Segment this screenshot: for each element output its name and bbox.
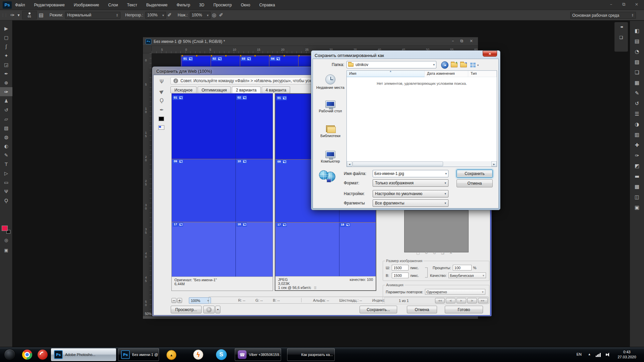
column-header[interactable]: Дата изменения bbox=[425, 71, 468, 77]
panel-group-icon[interactable]: ❏ bbox=[620, 35, 623, 40]
scroll-left-icon[interactable]: ◀ bbox=[347, 161, 352, 167]
scrollbar-thumb[interactable] bbox=[353, 162, 443, 166]
channels-panel-icon[interactable]: ▦ bbox=[630, 77, 644, 88]
zoom-status[interactable]: 50% bbox=[145, 312, 152, 316]
preview-zoom-select[interactable]: 100% ▾ bbox=[189, 297, 211, 304]
tool-preset-arrow-icon[interactable]: ▾ bbox=[16, 12, 21, 19]
app-minimize-icon[interactable]: – bbox=[607, 2, 615, 7]
clone-stamp-tool[interactable]: ♟ bbox=[0, 96, 12, 105]
show-hidden-icons-icon[interactable]: ▲ bbox=[589, 353, 590, 356]
cancel-button[interactable]: Отмена bbox=[457, 179, 493, 187]
preview-tab[interactable]: 2 варианта bbox=[232, 86, 261, 93]
taskbar-chrome-page[interactable]: Как разрезать ка... bbox=[287, 348, 335, 361]
zoom-in-button[interactable]: + bbox=[177, 298, 182, 303]
place-recent[interactable]: Недавние места bbox=[315, 74, 346, 90]
path-select-tool[interactable]: ▷ bbox=[0, 169, 12, 178]
network-status-icon[interactable] bbox=[596, 353, 601, 357]
layers-panel-icon[interactable]: ❏ bbox=[630, 67, 644, 77]
preview-tab[interactable]: Исходное bbox=[170, 86, 197, 93]
back-icon[interactable]: ◄ bbox=[441, 61, 448, 69]
horizontal-scrollbar[interactable]: ◀ ▶ bbox=[347, 161, 497, 167]
view-menu-arrow-icon[interactable]: ▾ bbox=[476, 61, 480, 69]
adjustments-panel-icon[interactable]: ◔ bbox=[630, 46, 644, 57]
color-panel-icon[interactable]: ◧ bbox=[630, 25, 644, 36]
format-select[interactable]: Только изображения ▾ bbox=[373, 179, 448, 187]
resample-quality-select[interactable]: Бикубическая ▾ bbox=[448, 273, 486, 278]
slice-handle[interactable] bbox=[225, 55, 227, 57]
styles-panel-icon[interactable]: ▨ bbox=[630, 57, 644, 67]
preview-in-browser-button[interactable]: Просмотр... bbox=[171, 306, 202, 313]
character-panel-icon[interactable]: ▬ bbox=[630, 171, 644, 181]
move-tool[interactable]: ▶ bbox=[0, 24, 12, 33]
cancel-button[interactable]: Отмена bbox=[407, 306, 437, 313]
percent-input[interactable]: 100 bbox=[453, 265, 472, 270]
folder-select[interactable]: utnikov ▾ bbox=[346, 61, 436, 68]
notes-panel-icon[interactable]: ▣ bbox=[630, 202, 644, 213]
menu-item[interactable]: Фильтр bbox=[177, 3, 190, 7]
menu-item[interactable]: Изображение bbox=[74, 3, 99, 7]
menu-item[interactable]: Окно bbox=[241, 3, 250, 7]
swatches-panel-icon[interactable]: ▤ bbox=[630, 36, 644, 46]
browser-select-arrow-icon[interactable]: ▾ bbox=[215, 306, 220, 313]
taskbar-photoshop[interactable]: Ps Adobe Photosho... bbox=[51, 348, 116, 361]
loop-select[interactable]: Однократно ▾ bbox=[425, 289, 485, 295]
menu-item[interactable]: Просмотр bbox=[213, 3, 232, 7]
brush-tool-preset-icon[interactable]: ✑ bbox=[10, 12, 15, 18]
quick-select-tool[interactable]: ✦ bbox=[0, 51, 12, 60]
blur-tool[interactable]: ◍ bbox=[0, 132, 12, 141]
place-libraries[interactable]: Библиотеки bbox=[315, 125, 346, 138]
flow-select[interactable]: 100% ▾ bbox=[190, 12, 211, 19]
toggle-brush-panel-icon[interactable]: ▤ bbox=[39, 12, 44, 18]
width-input[interactable]: 1500 bbox=[392, 265, 409, 270]
crop-tool[interactable]: ◲ bbox=[0, 60, 12, 69]
app-restore-icon[interactable]: ⧉ bbox=[620, 2, 628, 7]
airbrush-icon[interactable]: ◎ bbox=[212, 12, 216, 18]
settings-select[interactable]: Настройки по умолчанию ▾ bbox=[373, 190, 448, 197]
brush-size-picker[interactable]: 65 bbox=[22, 11, 37, 19]
view-menu-icon[interactable] bbox=[469, 61, 477, 69]
place-desktop[interactable]: Рабочий стол bbox=[315, 101, 346, 113]
original-preview-pane[interactable]: 01 02 09 10 17 18 Оригинал: "Без имени-1… bbox=[171, 93, 273, 291]
taskbar-viber[interactable]: ☎ Viber +380506159... bbox=[235, 348, 281, 361]
volume-icon[interactable] bbox=[606, 353, 610, 357]
menu-item[interactable]: Файл bbox=[15, 3, 25, 7]
up-one-level-icon[interactable]: ↑ bbox=[450, 61, 458, 69]
blend-mode-select[interactable]: Нормальный ↕ bbox=[65, 12, 120, 19]
opacity-select[interactable]: 100% ▾ bbox=[145, 12, 166, 19]
slice-handle[interactable] bbox=[283, 55, 285, 57]
paths-panel-icon[interactable]: ✎ bbox=[630, 88, 644, 98]
place-computer[interactable]: Компьютер bbox=[315, 151, 346, 164]
properties-panel-icon[interactable]: ☰ bbox=[630, 109, 644, 119]
scroll-right-icon[interactable]: ▶ bbox=[491, 161, 497, 167]
healing-brush-tool[interactable]: ⊕ bbox=[0, 78, 12, 87]
last-frame-button[interactable]: ▶▶ bbox=[478, 298, 488, 303]
select-colors-icon[interactable]: ▢ bbox=[416, 251, 420, 255]
quick-mask-icon[interactable]: ◎ bbox=[0, 238, 12, 243]
slice-handle[interactable] bbox=[196, 55, 198, 57]
save-button[interactable]: Сохранить... bbox=[360, 306, 397, 313]
play-button[interactable]: ▶ bbox=[457, 298, 466, 303]
eyedropper-tool[interactable]: ✒ bbox=[0, 69, 12, 78]
lock-color-icon[interactable]: ⊙ bbox=[433, 251, 436, 255]
eyedropper-color-swatch[interactable] bbox=[159, 117, 164, 121]
refresh-icon[interactable]: ↻ bbox=[425, 251, 428, 255]
height-input[interactable]: 1500 bbox=[392, 273, 409, 278]
type-tool[interactable]: T bbox=[0, 160, 12, 169]
column-header[interactable]: Имя bbox=[347, 71, 425, 77]
done-button[interactable]: Готово bbox=[445, 306, 483, 313]
zoom-tool[interactable]: Ǫ bbox=[0, 196, 12, 205]
workspace-select[interactable]: Основная рабочая среда ↕ bbox=[570, 12, 636, 19]
timeline-panel-icon[interactable]: ◫ bbox=[630, 192, 644, 202]
close-icon[interactable]: × bbox=[483, 51, 497, 57]
marquee-tool[interactable]: ▢ bbox=[0, 33, 12, 42]
pressure-opacity-icon[interactable]: ✐ bbox=[167, 12, 172, 18]
menu-item[interactable]: Выделение bbox=[146, 3, 168, 7]
delete-color-icon[interactable]: ✕ bbox=[449, 251, 452, 255]
clone-source-panel-icon[interactable]: ◩ bbox=[630, 161, 644, 171]
slice-handle[interactable] bbox=[298, 55, 300, 57]
history-panel-icon[interactable]: ↺ bbox=[630, 98, 644, 109]
link-dimensions-icon[interactable] bbox=[425, 267, 428, 278]
browser-preview-icon[interactable]: ? bbox=[203, 306, 215, 313]
info-panel-icon[interactable]: ◑ bbox=[630, 119, 644, 129]
dodge-tool[interactable]: ◐ bbox=[0, 141, 12, 150]
